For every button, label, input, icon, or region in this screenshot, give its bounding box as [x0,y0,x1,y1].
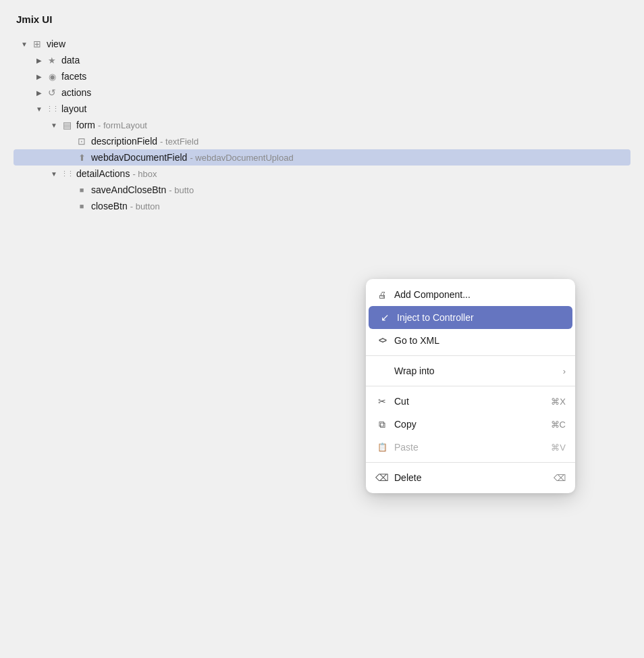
separator-1 [366,355,575,356]
copy-shortcut: ⌘C [551,420,566,430]
menu-item-wrap-into[interactable]: Wrap into › [366,359,575,382]
menu-item-copy[interactable]: Copy ⌘C [366,413,575,436]
menu-item-go-to-xml[interactable]: Go to XML [366,329,575,352]
cut-shortcut: ⌘X [551,397,566,407]
label-detailactions: detailActions [76,168,130,179]
paste-label: Paste [394,442,419,453]
label-saveandclosebtn: saveAndCloseBtn [91,184,166,195]
subtitle-descriptionfield: - textField [160,136,198,147]
tree-item-form[interactable]: form - formLayout [14,117,630,133]
arrow-form[interactable] [49,120,59,130]
inject-controller-icon [378,311,392,324]
tree-item-closebtn[interactable]: closeBtn - button [14,198,630,214]
icon-descriptionfield [76,135,88,147]
label-facets: facets [61,71,86,82]
tree: view data facets actions layout form - f… [14,36,630,214]
subtitle-saveandclosebtn: - butto [169,185,194,195]
label-view: view [47,39,65,49]
inject-controller-label: Inject to Controller [397,312,474,323]
wrap-into-icon [375,364,389,378]
delete-icon [375,471,389,484]
wrap-into-arrow: › [563,366,566,376]
separator-3 [366,462,575,463]
separator-2 [366,386,575,386]
icon-form [61,119,73,131]
label-closebtn: closeBtn [91,201,128,211]
tree-item-webdavdocumentfield[interactable]: webdavDocumentField - webdavDocumentUplo… [14,149,630,166]
tree-item-descriptionfield[interactable]: descriptionField - textField [14,133,630,149]
go-to-xml-label: Go to XML [394,335,439,346]
arrow-detailactions[interactable] [49,168,59,179]
subtitle-form: - formLayout [98,120,147,130]
icon-saveandclosebtn [76,184,88,196]
arrow-layout[interactable] [34,103,45,114]
menu-item-delete[interactable]: Delete ⌫ [366,466,575,489]
delete-shortcut: ⌫ [554,473,566,483]
add-component-label: Add Component... [394,289,471,300]
panel-title: Jmix UI [14,14,630,25]
tree-item-detailactions[interactable]: detailActions - hbox [14,166,630,182]
label-data: data [61,55,80,66]
go-to-xml-icon [375,334,389,347]
label-actions: actions [61,87,91,98]
arrow-actions[interactable] [34,87,45,98]
arrow-data[interactable] [34,55,45,66]
icon-layout [46,103,58,115]
subtitle-detailactions: - hbox [132,169,157,179]
label-layout: layout [61,103,86,114]
menu-item-inject-to-controller[interactable]: Inject to Controller [369,306,572,329]
menu-item-add-component[interactable]: Add Component... [366,283,575,306]
icon-closebtn [76,200,88,212]
label-form: form [76,120,95,130]
copy-label: Copy [394,419,417,430]
icon-facets [46,70,58,82]
arrow-view[interactable] [19,39,30,49]
label-webdavdocumentfield: webdavDocumentField [91,152,187,163]
icon-webdavdocumentfield [76,151,88,163]
add-component-icon [375,288,389,301]
tree-item-facets[interactable]: facets [14,68,630,84]
tree-item-saveandclosebtn[interactable]: saveAndCloseBtn - butto [14,182,630,198]
paste-icon [375,440,389,454]
label-descriptionfield: descriptionField [91,136,157,147]
delete-label: Delete [394,472,421,483]
tree-item-actions[interactable]: actions [14,84,630,101]
subtitle-closebtn: - button [130,201,160,211]
icon-detailactions [61,168,73,180]
tree-item-view[interactable]: view [14,36,630,52]
wrap-into-label: Wrap into [394,365,435,376]
copy-icon [375,417,389,431]
arrow-facets[interactable] [34,71,45,82]
menu-item-cut[interactable]: Cut ⌘X [366,390,575,413]
icon-actions [46,86,58,99]
cut-icon [375,395,389,408]
tree-item-data[interactable]: data [14,52,630,68]
context-menu: Add Component... Inject to Controller Go… [366,279,575,493]
cut-label: Cut [394,396,409,407]
subtitle-webdavdocumentfield: - webdavDocumentUpload [190,153,293,163]
paste-shortcut: ⌘V [551,442,566,453]
icon-view [31,38,43,50]
tree-item-layout[interactable]: layout [14,101,630,117]
menu-item-paste[interactable]: Paste ⌘V [366,436,575,459]
icon-data [46,54,58,66]
